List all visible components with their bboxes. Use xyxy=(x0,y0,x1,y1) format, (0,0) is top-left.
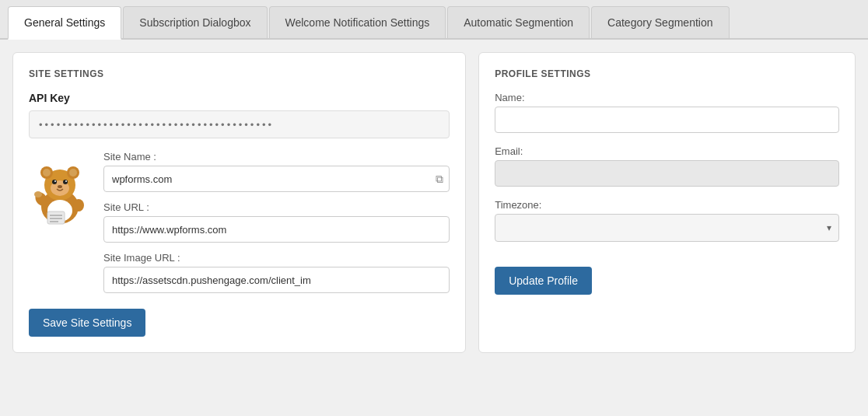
main-content: SITE SETTINGS API Key xyxy=(0,40,868,365)
timezone-select[interactable] xyxy=(495,214,839,242)
svg-point-10 xyxy=(65,180,67,182)
site-name-group: Site Name : ⧉ xyxy=(103,151,450,192)
site-url-group: Site URL : xyxy=(103,201,450,243)
site-settings-panel: SITE SETTINGS API Key xyxy=(12,52,466,353)
profile-settings-title: PROFILE SETTINGS xyxy=(495,68,839,79)
site-form-fields: Site Name : ⧉ Site URL : Site Image URL … xyxy=(103,151,450,302)
tab-general[interactable]: General Settings xyxy=(8,6,121,40)
email-label: Email: xyxy=(495,145,839,157)
tab-category[interactable]: Category Segmention xyxy=(591,6,729,38)
tab-subscription[interactable]: Subscription Dialogbox xyxy=(123,6,267,38)
copy-icon[interactable]: ⧉ xyxy=(436,173,443,186)
timezone-label: Timezone: xyxy=(495,199,839,211)
name-label: Name: xyxy=(495,92,839,103)
svg-point-9 xyxy=(54,180,56,182)
site-image-label: Site Image URL : xyxy=(103,252,450,264)
site-image-input[interactable] xyxy=(103,267,450,293)
email-group: Email: xyxy=(495,145,839,187)
api-key-input[interactable] xyxy=(29,110,450,138)
site-form-area: Site Name : ⧉ Site URL : Site Image URL … xyxy=(29,151,450,302)
site-settings-title: SITE SETTINGS xyxy=(29,68,450,79)
name-group: Name: xyxy=(495,92,839,133)
site-url-input[interactable] xyxy=(103,216,450,243)
svg-point-5 xyxy=(69,169,77,177)
save-site-settings-button[interactable]: Save Site Settings xyxy=(29,309,145,337)
svg-point-14 xyxy=(34,191,42,198)
site-image-group: Site Image URL : xyxy=(103,252,450,293)
profile-settings-panel: PROFILE SETTINGS Name: Email: Timezone: … xyxy=(478,52,856,353)
site-url-label: Site URL : xyxy=(103,201,450,213)
timezone-select-wrapper: ▾ xyxy=(495,214,839,242)
tabs-bar: General Settings Subscription Dialogbox … xyxy=(0,0,868,40)
svg-point-3 xyxy=(43,169,51,177)
tab-welcome[interactable]: Welcome Notification Settings xyxy=(269,6,446,38)
site-name-input-wrapper: ⧉ xyxy=(103,166,450,192)
api-key-label: API Key xyxy=(29,92,450,104)
email-input[interactable] xyxy=(495,160,839,187)
timezone-group: Timezone: ▾ xyxy=(495,199,839,242)
svg-point-11 xyxy=(58,185,62,188)
svg-point-15 xyxy=(73,199,84,211)
bear-mascot xyxy=(29,159,91,231)
svg-point-8 xyxy=(63,180,68,184)
tab-automatic[interactable]: Automatic Segmention xyxy=(447,6,590,38)
site-name-label: Site Name : xyxy=(103,151,450,163)
site-name-input[interactable] xyxy=(103,166,450,192)
svg-point-7 xyxy=(52,180,57,184)
update-profile-button[interactable]: Update Profile xyxy=(495,267,592,295)
name-input[interactable] xyxy=(495,107,839,133)
